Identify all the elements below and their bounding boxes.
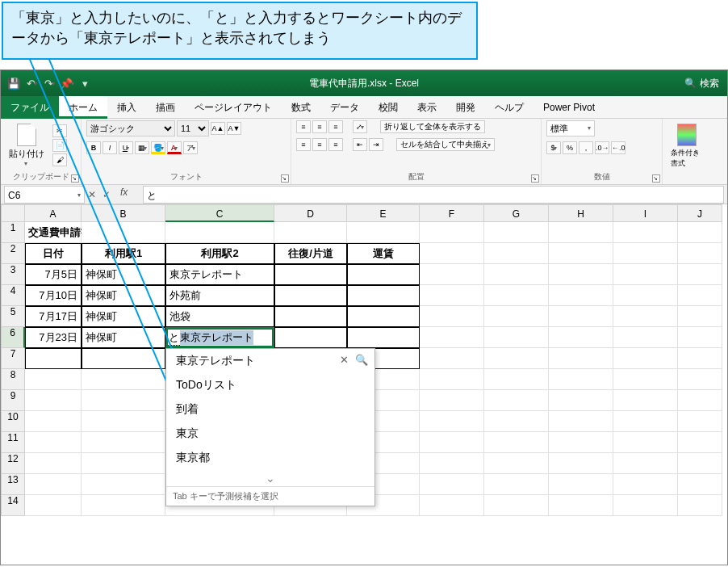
cell[interactable] xyxy=(549,369,613,390)
cell[interactable] xyxy=(678,285,722,306)
orientation-button[interactable]: ⤢▾ xyxy=(353,120,367,133)
cell[interactable] xyxy=(420,432,484,453)
border-button[interactable]: ▦▾ xyxy=(135,141,149,154)
cell[interactable] xyxy=(274,264,347,285)
ime-candidate[interactable]: 到着 xyxy=(166,397,374,422)
cell[interactable] xyxy=(420,222,484,243)
col-header[interactable]: D xyxy=(274,204,347,222)
increase-indent-icon[interactable]: ⇥ xyxy=(369,138,383,151)
col-header[interactable]: F xyxy=(420,204,484,222)
cell[interactable] xyxy=(82,369,165,390)
cell[interactable] xyxy=(613,432,678,453)
align-top-icon[interactable]: ≡ xyxy=(296,120,311,133)
cell[interactable] xyxy=(613,264,678,285)
cell[interactable]: 往復/片道 xyxy=(274,243,347,264)
cell[interactable] xyxy=(678,306,722,327)
font-color-button[interactable]: A▾ xyxy=(167,141,182,154)
tab-page-layout[interactable]: ページレイアウト xyxy=(185,96,282,119)
cell[interactable] xyxy=(549,327,613,348)
tab-formulas[interactable]: 数式 xyxy=(282,96,320,119)
underline-button[interactable]: U▾ xyxy=(119,141,133,154)
row-header[interactable]: 3 xyxy=(1,264,25,285)
cell[interactable]: 交通費申請書 xyxy=(25,222,82,243)
cell[interactable] xyxy=(420,348,484,369)
cell[interactable] xyxy=(420,495,484,516)
cell[interactable] xyxy=(549,432,613,453)
cell[interactable] xyxy=(678,348,722,369)
cell[interactable] xyxy=(25,453,82,474)
cell[interactable] xyxy=(420,285,484,306)
cell[interactable] xyxy=(678,495,722,516)
cell[interactable] xyxy=(484,411,549,432)
cell[interactable] xyxy=(613,474,678,495)
cell[interactable] xyxy=(420,264,484,285)
cell[interactable] xyxy=(613,243,678,264)
row-header[interactable]: 12 xyxy=(1,453,25,474)
conditional-format-button[interactable]: 条件付き書式 xyxy=(667,120,706,172)
increase-decimal-button[interactable]: .0→ xyxy=(595,141,609,154)
cell[interactable] xyxy=(420,306,484,327)
cell[interactable] xyxy=(549,390,613,411)
cell[interactable] xyxy=(25,411,82,432)
cell[interactable] xyxy=(484,453,549,474)
tab-review[interactable]: 校閲 xyxy=(369,96,408,119)
cell[interactable] xyxy=(678,432,722,453)
tab-power-pivot[interactable]: Power Pivot xyxy=(533,96,605,119)
cell[interactable] xyxy=(484,222,549,243)
merge-center-button[interactable]: セルを結合して中央揃え▾ xyxy=(396,138,495,151)
row-header[interactable]: 6 xyxy=(1,327,25,348)
accounting-format-button[interactable]: $▾ xyxy=(546,141,561,154)
row-header[interactable]: 1 xyxy=(1,222,25,243)
cell[interactable]: 7月5日 xyxy=(25,264,82,285)
comma-format-button[interactable]: , xyxy=(579,141,593,154)
ime-candidate[interactable]: 東京都 xyxy=(166,446,374,470)
cell[interactable]: 池袋 xyxy=(165,306,274,327)
cell[interactable] xyxy=(549,285,613,306)
cell[interactable]: 7月23日 xyxy=(25,327,82,348)
ime-candidate[interactable]: 東京 xyxy=(166,422,374,446)
cell[interactable] xyxy=(274,327,347,348)
cell[interactable] xyxy=(420,243,484,264)
cell[interactable] xyxy=(484,285,549,306)
dialog-launcher-icon[interactable]: ↘ xyxy=(531,174,539,183)
align-right-icon[interactable]: ≡ xyxy=(328,138,343,151)
cell[interactable]: 7月17日 xyxy=(25,306,82,327)
cell[interactable] xyxy=(25,369,82,390)
grow-font-icon[interactable]: A▲ xyxy=(211,122,225,135)
cell[interactable] xyxy=(484,432,549,453)
row-header[interactable]: 13 xyxy=(1,474,25,495)
cell[interactable] xyxy=(549,453,613,474)
tab-insert[interactable]: 挿入 xyxy=(107,96,146,119)
cell[interactable] xyxy=(613,495,678,516)
cell[interactable] xyxy=(274,285,347,306)
cell[interactable] xyxy=(484,495,549,516)
cell[interactable]: 神保町 xyxy=(82,327,165,348)
name-box[interactable]: C6 ▾ xyxy=(4,186,85,204)
cell[interactable] xyxy=(274,306,347,327)
font-size-select[interactable]: 11 xyxy=(177,120,209,136)
cell[interactable] xyxy=(420,411,484,432)
cell[interactable] xyxy=(420,327,484,348)
paste-button[interactable]: 貼り付け ▾ xyxy=(6,120,48,170)
select-all-button[interactable] xyxy=(1,204,25,222)
cell[interactable] xyxy=(613,306,678,327)
ime-candidate[interactable]: ToDoリスト xyxy=(166,373,374,397)
cell[interactable] xyxy=(613,285,678,306)
cell[interactable] xyxy=(420,369,484,390)
fill-color-button[interactable]: 🪣▾ xyxy=(151,141,165,154)
cell[interactable] xyxy=(165,222,274,243)
cell[interactable] xyxy=(484,369,549,390)
tab-developer[interactable]: 開発 xyxy=(446,96,485,119)
cell[interactable] xyxy=(484,390,549,411)
cell[interactable]: 7月10日 xyxy=(25,285,82,306)
row-header[interactable]: 9 xyxy=(1,390,25,411)
align-center-icon[interactable]: ≡ xyxy=(312,138,327,151)
cell[interactable] xyxy=(347,285,420,306)
cell[interactable] xyxy=(82,495,165,516)
cell[interactable] xyxy=(549,495,613,516)
cell[interactable] xyxy=(82,432,165,453)
cell[interactable] xyxy=(678,264,722,285)
cell[interactable] xyxy=(613,327,678,348)
cell[interactable] xyxy=(25,474,82,495)
insert-function-button[interactable]: fx xyxy=(120,187,136,203)
